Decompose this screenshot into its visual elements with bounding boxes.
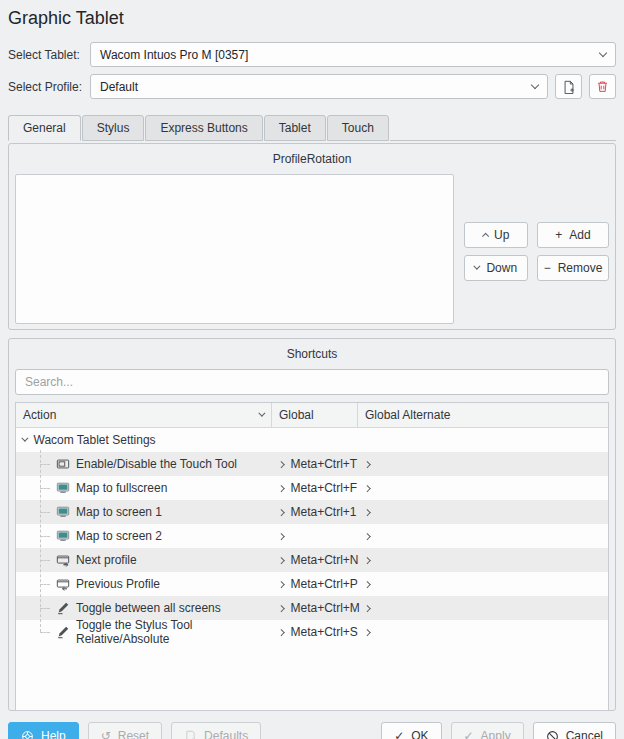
undo-icon: ↺ bbox=[101, 730, 111, 739]
check-icon: ✓ bbox=[394, 729, 404, 739]
chevron-right-icon[interactable] bbox=[279, 630, 284, 635]
chevron-right-icon[interactable] bbox=[365, 534, 370, 539]
chevron-right-icon[interactable] bbox=[365, 606, 370, 611]
cancel-button[interactable]: Cancel bbox=[533, 722, 616, 739]
table-row[interactable]: Map to screen 1 Meta+Ctrl+1 bbox=[16, 500, 608, 524]
table-row[interactable]: Previous Profile Meta+Ctrl+P bbox=[16, 572, 608, 596]
global-shortcut: Meta+Ctrl+T bbox=[291, 457, 358, 471]
table-group-row[interactable]: Wacom Tablet Settings bbox=[16, 428, 608, 452]
sort-descending-icon bbox=[259, 410, 265, 416]
chevron-right-icon[interactable] bbox=[365, 558, 370, 563]
chevron-right-icon[interactable] bbox=[279, 534, 284, 539]
tab-tablet[interactable]: Tablet bbox=[264, 115, 326, 141]
chevron-right-icon[interactable] bbox=[279, 462, 284, 467]
trash-icon bbox=[596, 80, 609, 93]
chevron-right-icon[interactable] bbox=[279, 606, 284, 611]
profile-combobox[interactable]: Default bbox=[90, 74, 548, 99]
shortcuts-table: Action Global Global Alternate Wacom Tab… bbox=[15, 402, 609, 711]
down-button[interactable]: Down bbox=[464, 255, 528, 281]
tree-branch bbox=[40, 536, 50, 537]
action-label: Toggle between all screens bbox=[76, 601, 221, 615]
chevron-right-icon[interactable] bbox=[365, 630, 370, 635]
shortcuts-group: Shortcuts Action Global Global Alternate bbox=[8, 338, 616, 711]
stylus-icon bbox=[56, 601, 70, 615]
ok-button-label: OK bbox=[411, 729, 428, 739]
group-label: Wacom Tablet Settings bbox=[34, 433, 156, 447]
tablet-selector-row: Select Tablet: Wacom Intuos Pro M [0357] bbox=[8, 42, 616, 67]
tablet-combobox-value: Wacom Intuos Pro M [0357] bbox=[100, 48, 248, 62]
tab-touch[interactable]: Touch bbox=[327, 115, 389, 141]
new-profile-button[interactable] bbox=[555, 74, 582, 99]
global-shortcut: Meta+Ctrl+S bbox=[291, 625, 358, 639]
chevron-right-icon[interactable] bbox=[365, 582, 370, 587]
tab-general[interactable]: General bbox=[8, 115, 81, 141]
chevron-right-icon[interactable] bbox=[279, 582, 284, 587]
action-label: Map to screen 2 bbox=[76, 529, 162, 543]
up-button[interactable]: Up bbox=[464, 222, 528, 248]
table-row[interactable]: Toggle the Stylus Tool Relative/Absolute… bbox=[16, 620, 608, 644]
remove-button-label: Remove bbox=[558, 261, 603, 275]
chevron-right-icon[interactable] bbox=[365, 462, 370, 467]
expander-collapse-icon[interactable] bbox=[23, 439, 28, 441]
action-label: Map to screen 1 bbox=[76, 505, 162, 519]
tree-branch bbox=[40, 608, 50, 609]
action-label: Enable/Disable the Touch Tool bbox=[76, 457, 237, 471]
chevron-down-icon bbox=[474, 263, 480, 269]
tab-express-buttons[interactable]: Express Buttons bbox=[145, 115, 262, 141]
column-header-global-alternate[interactable]: Global Alternate bbox=[358, 403, 608, 427]
cancel-button-label: Cancel bbox=[566, 729, 603, 739]
table-row[interactable]: Map to screen 2 bbox=[16, 524, 608, 548]
chevron-right-icon[interactable] bbox=[365, 510, 370, 515]
chevron-right-icon[interactable] bbox=[279, 558, 284, 563]
stylus-icon bbox=[56, 625, 70, 639]
graphic-tablet-settings-page: Graphic Tablet Select Tablet: Wacom Intu… bbox=[0, 0, 624, 739]
remove-button[interactable]: − Remove bbox=[537, 255, 609, 281]
tree-branch bbox=[40, 632, 50, 633]
profile-rotation-title: ProfileRotation bbox=[15, 150, 609, 174]
previous-profile-icon bbox=[56, 577, 70, 591]
chevron-up-icon bbox=[482, 233, 488, 239]
tab-stylus[interactable]: Stylus bbox=[82, 115, 145, 141]
column-header-action[interactable]: Action bbox=[16, 403, 272, 427]
reset-button-label: Reset bbox=[118, 729, 149, 739]
tablet-combobox[interactable]: Wacom Intuos Pro M [0357] bbox=[90, 42, 616, 67]
add-button[interactable]: + Add bbox=[537, 222, 609, 248]
monitor-icon bbox=[56, 505, 70, 519]
chevron-down-icon bbox=[531, 81, 539, 89]
chevron-down-icon bbox=[599, 49, 607, 57]
chevron-right-icon[interactable] bbox=[279, 486, 284, 491]
chevron-right-icon[interactable] bbox=[365, 486, 370, 491]
page-title: Graphic Tablet bbox=[8, 8, 616, 29]
tabbar-filler bbox=[390, 140, 616, 141]
table-row[interactable]: Next profile Meta+Ctrl+N bbox=[16, 548, 608, 572]
select-profile-label: Select Profile: bbox=[8, 80, 90, 94]
table-row[interactable]: Toggle between all screens Meta+Ctrl+M bbox=[16, 596, 608, 620]
column-header-global[interactable]: Global bbox=[272, 403, 358, 427]
ok-button[interactable]: ✓ OK bbox=[381, 722, 441, 739]
down-button-label: Down bbox=[486, 261, 517, 275]
table-row[interactable]: Enable/Disable the Touch Tool Meta+Ctrl+… bbox=[16, 452, 608, 476]
settings-tabbar: General Stylus Express Buttons Tablet To… bbox=[8, 115, 616, 141]
plus-icon: + bbox=[555, 229, 562, 241]
tree-branch bbox=[40, 512, 50, 513]
table-row[interactable]: Map to fullscreen Meta+Ctrl+F bbox=[16, 476, 608, 500]
help-button[interactable]: Help bbox=[8, 722, 79, 739]
defaults-button[interactable]: Defaults bbox=[171, 722, 261, 739]
chevron-right-icon[interactable] bbox=[279, 510, 284, 515]
apply-button[interactable]: ✓ Apply bbox=[451, 722, 524, 739]
reset-button[interactable]: ↺ Reset bbox=[88, 722, 162, 739]
tree-branch bbox=[40, 584, 50, 585]
profile-combobox-value: Default bbox=[100, 80, 138, 94]
delete-profile-button[interactable] bbox=[589, 74, 616, 99]
profile-rotation-list[interactable] bbox=[15, 174, 454, 324]
search-input[interactable] bbox=[15, 369, 609, 395]
profile-rotation-group: ProfileRotation Up + Add Down − Remo bbox=[8, 143, 616, 330]
shortcuts-table-body: Wacom Tablet Settings Enable/Disable th bbox=[16, 428, 608, 644]
document-new-icon bbox=[562, 80, 576, 94]
apply-button-label: Apply bbox=[481, 729, 511, 739]
help-icon bbox=[21, 730, 34, 739]
defaults-button-label: Defaults bbox=[204, 729, 248, 739]
help-button-label: Help bbox=[41, 729, 66, 739]
select-tablet-label: Select Tablet: bbox=[8, 48, 90, 62]
next-profile-icon bbox=[56, 553, 70, 567]
